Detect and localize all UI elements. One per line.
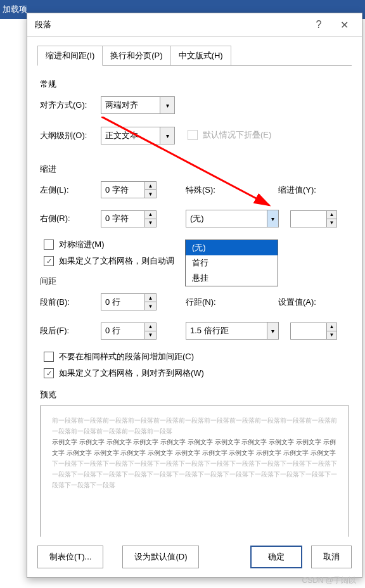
right-indent-label: 右侧(R):: [40, 213, 101, 224]
collapse-checkbox: [188, 130, 198, 140]
dialog-titlebar: 段落 ? ✕: [27, 13, 362, 37]
default-button[interactable]: 设为默认值(D): [122, 546, 199, 568]
ok-button[interactable]: 确定: [250, 546, 302, 568]
option-firstline[interactable]: 首行: [186, 255, 278, 271]
chevron-down-icon[interactable]: ▾: [160, 127, 174, 144]
tabs-button[interactable]: 制表位(T)...: [37, 546, 103, 568]
align-value[interactable]: [101, 98, 160, 113]
spin-buttons[interactable]: ▲▼: [144, 211, 156, 227]
preview-prev: 前一段落前一段落前一段落前一段落前一段落前一段落前一段落前一段落前一段落前一段落…: [52, 415, 337, 437]
before-input[interactable]: ▲▼: [101, 293, 157, 310]
align-combo[interactable]: ▾: [101, 96, 175, 114]
chevron-down-icon[interactable]: ▾: [160, 97, 174, 113]
special-label: 特殊(S):: [186, 184, 236, 196]
spin-buttons[interactable]: ▲▼: [144, 294, 156, 310]
left-indent-input[interactable]: ▲▼: [101, 181, 157, 198]
grid-indent-label: 如果定义了文档网格，则自动调: [59, 255, 174, 267]
spin-buttons[interactable]: ▲▼: [326, 323, 336, 339]
setval-label: 设置值(A):: [278, 297, 316, 308]
setval-input[interactable]: ▲▼: [290, 323, 337, 340]
preview-box: 前一段落前一段落前一段落前一段落前一段落前一段落前一段落前一段落前一段落前一段落…: [40, 406, 349, 537]
spin-buttons[interactable]: ▲▼: [326, 211, 336, 227]
cancel-button[interactable]: 取消: [311, 546, 352, 568]
section-general: 常规: [40, 79, 349, 90]
right-indent-input[interactable]: ▲▼: [101, 210, 157, 227]
ribbon-tab[interactable]: 加载项: [3, 4, 27, 15]
chevron-down-icon[interactable]: ▾: [267, 323, 278, 339]
spin-buttons[interactable]: ▲▼: [144, 323, 156, 339]
tab-indent-spacing[interactable]: 缩进和间距(I): [37, 46, 103, 66]
collapse-label: 默认情况下折叠(E): [203, 129, 271, 141]
preview-sample: 示例文字 示例文字 示例文字 示例文字 示例文字 示例文字 示例文字 示例文字 …: [52, 437, 337, 458]
nospace-checkbox[interactable]: [44, 352, 54, 362]
tab-line-page-break[interactable]: 换行和分页(P): [102, 46, 170, 66]
mirror-indent-label: 对称缩进(M): [59, 239, 105, 250]
align-label: 对齐方式(G):: [40, 99, 101, 111]
after-label: 段后(F):: [40, 325, 101, 336]
dialog-title: 段落: [35, 19, 51, 30]
line-spacing-label: 行距(N):: [186, 297, 236, 308]
watermark: CSDN @子阔以: [302, 575, 356, 586]
nospace-label: 不要在相同样式的段落间增加间距(C): [59, 351, 194, 362]
special-combo[interactable]: ▾: [186, 210, 279, 227]
indent-value-input[interactable]: ▲▼: [290, 210, 337, 227]
chevron-down-icon[interactable]: ▾: [267, 210, 278, 227]
left-indent-label: 左侧(L):: [40, 184, 101, 196]
mirror-indent-checkbox[interactable]: [44, 240, 54, 250]
spin-buttons[interactable]: ▲▼: [144, 182, 156, 198]
outline-value[interactable]: [101, 129, 160, 143]
grid-align-label: 如果定义了文档网格，则对齐到网格(W): [59, 368, 204, 379]
before-label: 段前(B):: [40, 297, 101, 308]
special-dropdown-list[interactable]: (无) 首行 悬挂: [185, 240, 278, 286]
line-spacing-combo[interactable]: ▾: [186, 322, 279, 340]
grid-indent-checkbox[interactable]: ✓: [44, 256, 54, 266]
tab-chinese-layout[interactable]: 中文版式(H): [170, 46, 231, 66]
preview-title: 预览: [40, 389, 349, 400]
after-input[interactable]: ▲▼: [101, 323, 157, 340]
outline-label: 大纲级别(O):: [40, 130, 101, 141]
option-hanging[interactable]: 悬挂: [186, 271, 278, 286]
grid-align-checkbox[interactable]: ✓: [44, 368, 54, 378]
paragraph-dialog: 段落 ? ✕ 缩进和间距(I) 换行和分页(P) 中文版式(H) 常规 对齐方式…: [27, 13, 362, 578]
option-none[interactable]: (无): [186, 240, 278, 255]
dialog-tabs: 缩进和间距(I) 换行和分页(P) 中文版式(H): [37, 46, 362, 66]
indent-value-label: 缩进值(Y):: [278, 184, 316, 196]
help-button[interactable]: ?: [306, 13, 331, 36]
close-button[interactable]: ✕: [331, 13, 357, 36]
outline-combo[interactable]: ▾: [101, 127, 175, 144]
preview-next: 下一段落下一段落下一段落下一段落下一段落下一段落下一段落下一段落下一段落下一段落…: [52, 458, 337, 490]
section-indent: 缩进: [40, 163, 349, 175]
